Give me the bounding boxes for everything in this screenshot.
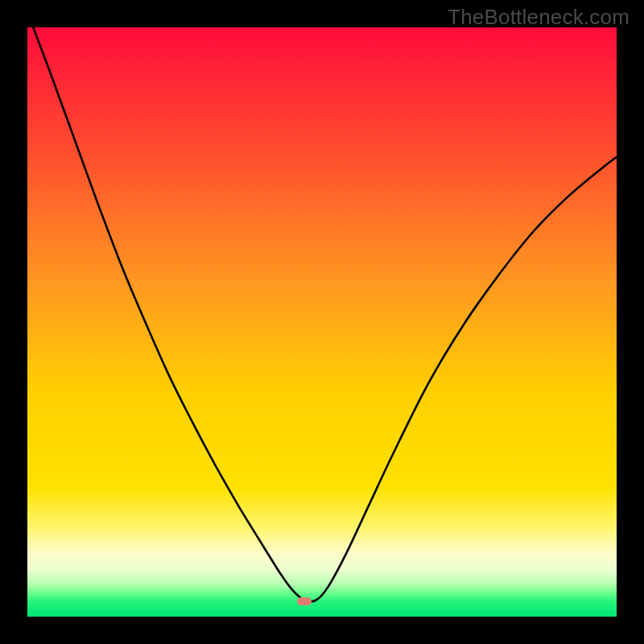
watermark-text: TheBottleneck.com — [448, 5, 630, 30]
chart-frame: TheBottleneck.com — [0, 0, 644, 644]
bottleneck-curve — [27, 27, 617, 617]
curve-path — [33, 27, 617, 601]
plot-area — [27, 27, 617, 617]
trough-marker — [297, 597, 312, 605]
